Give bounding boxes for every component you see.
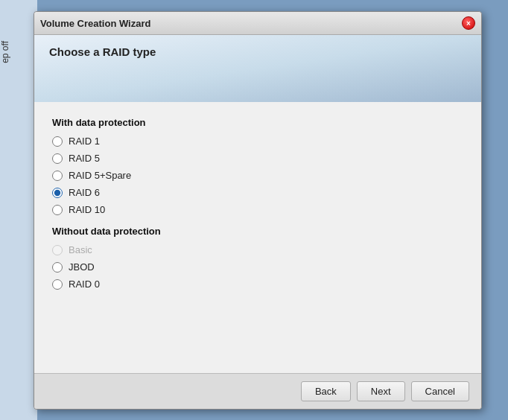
cancel-button[interactable]: Cancel [411, 381, 469, 401]
side-label: ep off [0, 41, 16, 63]
radio-item-raid1[interactable]: RAID 1 [52, 136, 463, 147]
radio-group-no-protection: Basic JBOD RAID 0 [52, 244, 463, 290]
radio-label-raid1: RAID 1 [69, 136, 100, 147]
radio-label-raid5: RAID 5 [69, 153, 100, 164]
section-label-protection: With data protection [52, 117, 463, 128]
radio-label-basic: Basic [69, 244, 92, 255]
background-panel: ep off [0, 0, 37, 420]
next-button[interactable]: Next [357, 381, 405, 401]
close-button[interactable]: × [462, 16, 475, 30]
radio-raid5spare[interactable] [52, 171, 63, 181]
dialog: Volume Creation Wizard × Choose a RAID t… [34, 11, 482, 410]
radio-item-raid5spare[interactable]: RAID 5+Spare [52, 170, 463, 181]
radio-label-raid0: RAID 0 [69, 279, 100, 290]
dialog-title: Volume Creation Wizard [40, 18, 150, 29]
dialog-titlebar: Volume Creation Wizard × [34, 12, 481, 35]
radio-label-raid10: RAID 10 [69, 204, 105, 215]
dialog-header-area: Choose a RAID type [34, 35, 481, 102]
radio-item-basic[interactable]: Basic [52, 244, 463, 255]
section-label-no-protection: Without data protection [52, 226, 463, 237]
dialog-content: With data protection RAID 1 RAID 5 RAID … [34, 102, 481, 373]
radio-raid1[interactable] [52, 136, 63, 147]
dialog-footer: Back Next Cancel [34, 373, 481, 409]
radio-raid6[interactable] [52, 188, 63, 198]
radio-label-raid5spare: RAID 5+Spare [69, 170, 131, 181]
back-button[interactable]: Back [301, 381, 351, 401]
radio-raid5[interactable] [52, 153, 63, 164]
radio-raid10[interactable] [52, 205, 63, 215]
dialog-header-title: Choose a RAID type [49, 45, 466, 58]
radio-label-raid6: RAID 6 [69, 187, 100, 198]
radio-item-raid5[interactable]: RAID 5 [52, 153, 463, 164]
radio-item-raid6[interactable]: RAID 6 [52, 187, 463, 198]
radio-item-raid10[interactable]: RAID 10 [52, 204, 463, 215]
radio-item-raid0[interactable]: RAID 0 [52, 279, 463, 290]
dialog-overlay: Volume Creation Wizard × Choose a RAID t… [34, 11, 482, 410]
radio-item-jbod[interactable]: JBOD [52, 261, 463, 273]
radio-raid0[interactable] [52, 279, 63, 290]
radio-basic[interactable] [52, 245, 63, 255]
radio-group-protection: RAID 1 RAID 5 RAID 5+Spare RAID 6 RAID 1 [52, 136, 463, 215]
radio-label-jbod: JBOD [69, 261, 95, 273]
radio-jbod[interactable] [52, 262, 63, 273]
